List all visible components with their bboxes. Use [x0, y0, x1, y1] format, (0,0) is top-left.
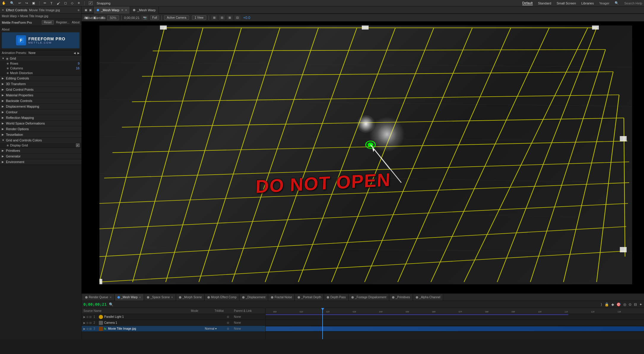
tess-header[interactable]: ▶ Tessellation [0, 132, 81, 137]
3d-transform-header[interactable]: ▶ 3D Transform [0, 81, 81, 87]
toolbar-icon-hand[interactable]: ✋ [2, 1, 6, 5]
view-select[interactable]: 1 View [192, 15, 206, 20]
prop-group-reflection: ▶ Reflection Mapping [0, 115, 81, 121]
workspace-libraries[interactable]: Libraries [581, 1, 594, 5]
editing-controls-header[interactable]: ▶ Editing Controls [0, 76, 81, 81]
reset-button[interactable]: Reset [42, 20, 54, 25]
worldspace-header[interactable]: ▶ World Space Deformations [0, 121, 81, 126]
columns-value[interactable]: 16 [76, 66, 80, 70]
prop-item-rows[interactable]: ◉ Rows 9 [0, 61, 81, 66]
workspace-standard[interactable]: Standard [538, 1, 551, 5]
rows-value[interactable]: 9 [78, 62, 80, 65]
toolbar-icon-undo[interactable]: ↩ [18, 1, 21, 5]
render-header[interactable]: ▶ Render Options [0, 126, 81, 132]
viewport-label: Active Camera [84, 16, 105, 20]
tl-markers-icon[interactable]: ◆ [611, 302, 614, 307]
panel-menu-icon[interactable]: ≡ [78, 8, 80, 12]
about-button[interactable]: About [72, 21, 80, 24]
ruler-mark-12: 12f [591, 310, 594, 313]
rq-label: Render Queue [89, 296, 108, 299]
comp-tab-close[interactable]: ✕ [121, 9, 123, 12]
vc-safe-zones-btn[interactable]: ⊟ [219, 15, 225, 20]
vc-plus-icon[interactable]: +0.0 [243, 16, 250, 20]
contour-header[interactable]: ▶ Contour [0, 109, 81, 115]
vc-layout-btn[interactable]: ⊞ [211, 15, 217, 20]
toolbar-icon-type[interactable]: T [50, 1, 53, 5]
tl-shy-icon[interactable]: ⊙ [629, 302, 632, 307]
layer-3[interactable]: ▶ ⊙ ⊟ 3 fx Movie Title Image.jpg Normal … [82, 326, 265, 332]
toolbar-icon-select[interactable]: ▣ [32, 1, 35, 5]
gridcolors-header[interactable]: ▼ Grid and Controls Colors [0, 138, 81, 143]
vc-grid-btn[interactable]: ⊞ [227, 15, 233, 20]
quality-select[interactable]: Full [150, 15, 159, 20]
vc-channels-btn[interactable]: ⊡ [234, 15, 240, 20]
prop-item-displaygrid[interactable]: ◉ Display Grid ✓ [0, 143, 81, 148]
prop-item-mesh-distortion[interactable]: ◉ Mesh Distortion [0, 71, 81, 75]
comp-tab-meshwarp[interactable]: _Mesh Warp ✕ ≡ [94, 7, 130, 14]
camera-select[interactable]: Active Camera [164, 15, 189, 20]
tl-graph-icon[interactable]: ⟩ [601, 302, 602, 307]
workspace-small[interactable]: Small Screen [556, 1, 576, 5]
primitives-header[interactable]: ▶ Primitives [0, 148, 81, 153]
layer-1[interactable]: ▶ ⊙ ⊟ 1 Parallel Light 1 ⊙ None [82, 314, 265, 320]
mw-close[interactable]: ✕ [139, 296, 141, 299]
tess-label: Tessellation [6, 133, 23, 136]
ms-label: _Morph Scene [183, 296, 202, 299]
tl-tab-morphscene[interactable]: _Morph Scene [177, 294, 204, 301]
toolbar-icon-shape[interactable]: ◇ [71, 1, 73, 5]
tl-3d-icon[interactable]: ✦ [639, 302, 642, 307]
next-preset-icon[interactable]: ▶ [77, 52, 80, 55]
register-button[interactable]: Register... [56, 21, 69, 24]
tl-solo-icon[interactable]: ◎ [623, 302, 626, 307]
environment-header[interactable]: ▶ Environment [0, 159, 81, 165]
workspace-default[interactable]: Default [522, 1, 533, 5]
layer-link-2: ⊙ [227, 321, 233, 324]
animation-presets-value[interactable]: None [28, 51, 36, 55]
tl-tab-morpheffect[interactable]: Morph Effect Comp [205, 294, 239, 301]
tl-tab-displacement[interactable]: _Displacement [240, 294, 268, 301]
tl-search-icon[interactable]: 🔍 [109, 302, 113, 307]
search-label[interactable]: Search Help [624, 1, 642, 5]
tl-tab-spacescene[interactable]: _Space Scene ✕ [145, 294, 176, 301]
snapping-checkbox[interactable]: ✓ [89, 1, 93, 5]
tl-frame-blend-icon[interactable]: ⊟ [634, 302, 637, 307]
toolbar-icon-brush[interactable]: 🖌 [57, 1, 60, 5]
displaygrid-checkbox[interactable]: ✓ [76, 143, 80, 147]
generator-header[interactable]: ▶ Generator [0, 154, 81, 159]
tl-tab-primitives[interactable]: _Primitives [390, 294, 413, 301]
gcp-header[interactable]: ▶ Grid Control Points [0, 87, 81, 92]
vc-camera-btn[interactable]: 📷 [141, 15, 148, 20]
tl-lock-icon[interactable]: 🔒 [605, 302, 609, 307]
toolbar-icon-redo[interactable]: ↪ [25, 1, 28, 5]
tl-tab-footage[interactable]: _Footage Dispalcement [349, 294, 389, 301]
layer-mode-3[interactable]: Normal ▾ [205, 327, 226, 330]
toolbar-icon-eraser[interactable]: ◻ [64, 1, 67, 5]
tl-tab-depthpass[interactable]: Depth Pass [324, 294, 348, 301]
comp-tab-options[interactable]: ≡ [125, 9, 127, 12]
backside-header[interactable]: ▶ Backside Controls [0, 98, 81, 103]
reflection-header[interactable]: ▶ Reflection Mapping [0, 115, 81, 120]
viewport[interactable]: Active Camera [82, 14, 644, 293]
grid-group-header[interactable]: ▼ ◉ Grid [0, 56, 81, 61]
layer-2[interactable]: ▶ ⊙ ⊟ 2 Camera 1 ⊙ None [82, 320, 265, 326]
effect-controls-tab[interactable]: ✕ Effect Controls Movie Title Image.jpg … [0, 7, 81, 14]
comp-tab-meshwarp2[interactable]: _Mesh Warp [130, 7, 159, 14]
prev-preset-icon[interactable]: ◀ [74, 52, 76, 55]
toolbar-icon-puppet[interactable]: ✳ [77, 1, 80, 5]
tl-tab-portraitdepth[interactable]: _Portrait Depth [295, 294, 324, 301]
displacement-header[interactable]: ▶ Displacement Mapping [0, 104, 81, 109]
tl-motion-blur-icon[interactable]: 🎯 [616, 302, 621, 307]
toolbar-icon-pen[interactable]: ✏ [44, 1, 46, 5]
close-icon[interactable]: ✕ [2, 9, 4, 12]
ss-close[interactable]: ✕ [171, 296, 173, 299]
tess-arrow: ▶ [2, 133, 5, 136]
tl-tab-alphachannel[interactable]: _Alpha Channel [413, 294, 443, 301]
toolbar-icon-zoom[interactable]: 🔍 [10, 1, 14, 5]
prop-item-columns[interactable]: ◉ Columns 16 [0, 66, 81, 71]
tl-tab-meshwarp[interactable]: _Mesh Warp ✕ [115, 294, 144, 301]
zoom-display[interactable]: 50% [107, 15, 119, 20]
tl-tab-renderqueue[interactable]: Render Queue ✕ [83, 294, 115, 301]
rq-close[interactable]: ✕ [110, 296, 112, 299]
material-header[interactable]: ▶ Material Properties [0, 93, 81, 98]
tl-tab-fractalnoise[interactable]: Fractal Noise [269, 294, 295, 301]
